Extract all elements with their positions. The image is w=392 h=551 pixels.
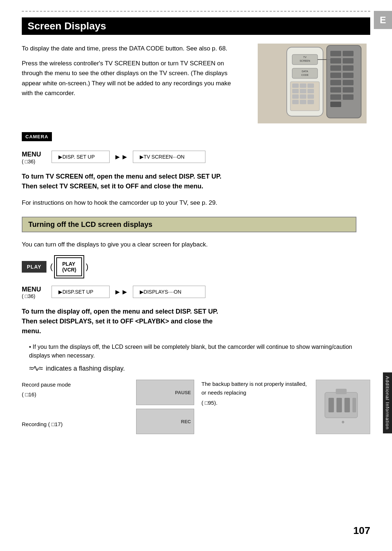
svg-rect-32 <box>343 80 354 85</box>
section2-title: Turning off the LCD screen displays <box>22 217 356 232</box>
bullet1-text: If you turn the displays off, the LCD sc… <box>29 344 352 359</box>
right-text-2: ( □95). <box>201 399 309 407</box>
instruction2-line3: menu. <box>22 327 41 335</box>
svg-rect-14 <box>300 89 306 93</box>
flashing-indicator: ≈∿≈ indicates a flashing display. <box>29 364 370 373</box>
svg-rect-41 <box>328 398 334 412</box>
svg-rect-12 <box>307 83 314 88</box>
page-number: 107 <box>353 525 370 536</box>
remote-illustration: TV SCREEN DATA CODE <box>258 44 367 123</box>
menu-text-1: MENU <box>22 151 47 159</box>
svg-rect-34 <box>343 87 354 93</box>
svg-rect-20 <box>300 100 306 104</box>
svg-rect-44 <box>352 398 356 412</box>
svg-rect-30 <box>343 73 354 78</box>
bottom-table: Record pause mode ( □16) Recording ( □17… <box>22 380 370 434</box>
menu-sub-2: ( □36) <box>22 293 47 299</box>
section-title: Screen Displays <box>22 17 370 35</box>
menu-step2-text: ▶TV SCREEN···ON <box>140 154 185 160</box>
menu-arrow-1: ►► <box>114 151 128 163</box>
pause-badge-box: PAUSE <box>136 380 194 405</box>
instruction-1: To turn TV SCREEN off, open the menu and… <box>22 172 370 191</box>
close-paren: ) <box>86 262 88 272</box>
svg-rect-29 <box>330 73 341 78</box>
play-vcr-outer: PLAY(VCR) <box>54 255 84 278</box>
additional-info-badge: Additional Information <box>383 372 392 433</box>
record-pause-text: Record pause mode <box>22 380 129 389</box>
svg-rect-24 <box>343 51 354 56</box>
menu-row-1: MENU ( □36) ▶DISP. SET UP ►► ▶TV SCREEN·… <box>22 151 370 164</box>
instruction1-line1: To turn TV SCREEN off, open the menu and… <box>22 173 221 180</box>
svg-text:DATA: DATA <box>302 70 308 73</box>
normal-text-1: For instructions on how to hook the camc… <box>22 198 370 208</box>
bottom-right-image: ⚙ <box>316 380 370 434</box>
pause-badge: PAUSE <box>175 390 191 395</box>
menu-step1-text: ▶DISP. SET UP <box>58 154 95 160</box>
svg-rect-13 <box>292 89 299 93</box>
svg-rect-19 <box>292 100 299 104</box>
play-buttons-row: PLAY ( PLAY(VCR) ) <box>22 255 370 278</box>
menu-text-2: MENU <box>22 286 47 294</box>
camera-badge: CAMERA <box>22 132 52 141</box>
instruction-2: To turn the display off, open the menu a… <box>22 307 370 336</box>
svg-rect-37 <box>330 102 341 107</box>
section2-intro: You can turn off the displays to give yo… <box>22 240 370 249</box>
play-vcr-wrapper: ( PLAY(VCR) ) <box>50 255 89 278</box>
svg-rect-21 <box>307 100 314 104</box>
menu2-step1-box: ▶DISP.SET UP <box>52 286 110 298</box>
para1: To display the date and time, press the … <box>22 44 243 53</box>
flashing-text: indicates a flashing display. <box>46 365 125 372</box>
top-description: To display the date and time, press the … <box>22 44 243 123</box>
svg-rect-28 <box>343 65 354 71</box>
svg-rect-43 <box>344 398 350 412</box>
svg-rect-26 <box>343 58 354 64</box>
svg-rect-10 <box>292 83 299 88</box>
play-vcr-text: PLAY(VCR) <box>62 261 76 273</box>
instruction1-line2: Then select TV SCREEN, set it to OFF and… <box>22 183 203 190</box>
remote-image-area: TV SCREEN DATA CODE <box>254 44 370 123</box>
svg-rect-17 <box>300 94 306 99</box>
right-text-1: The backup battery is not properly insta… <box>201 380 309 397</box>
play-vcr-button[interactable]: PLAY(VCR) <box>56 257 82 276</box>
svg-rect-35 <box>330 94 341 100</box>
svg-rect-25 <box>330 58 341 64</box>
instruction2-line1: To turn the display off, open the menu a… <box>22 308 218 315</box>
recording-label: Recording ( □17) <box>22 419 129 429</box>
svg-text:SCREEN: SCREEN <box>299 60 310 62</box>
menu2-step2-text: ▶DISPLAYS····ON <box>140 289 181 295</box>
top-separator <box>22 11 370 12</box>
bottom-right-text: The backup battery is not properly insta… <box>201 380 309 434</box>
rec-badge: REC <box>181 419 191 424</box>
svg-text:CODE: CODE <box>301 74 309 76</box>
camera-section: CAMERA <box>22 132 370 146</box>
svg-rect-40 <box>336 389 347 394</box>
svg-rect-23 <box>330 51 341 56</box>
menu2-step1-text: ▶DISP.SET UP <box>58 289 93 295</box>
additional-info-text: Additional Information <box>385 376 390 430</box>
svg-rect-11 <box>300 83 306 88</box>
bullet-1: • If you turn the displays off, the LCD … <box>29 343 370 360</box>
svg-rect-33 <box>330 87 341 93</box>
recording-text: Recording ( □17) <box>22 419 129 429</box>
menu-step1-box: ▶DISP. SET UP <box>52 151 110 163</box>
instruction2-line2: Then select DISPLAYS, set it to OFF <PLA… <box>22 318 213 325</box>
svg-text:⚙: ⚙ <box>342 420 344 424</box>
rec-badge-box: REC <box>136 409 194 434</box>
menu-step2-box: ▶TV SCREEN···ON <box>133 151 205 163</box>
svg-rect-42 <box>336 398 342 412</box>
record-pause-label: Record pause mode ( □16) <box>22 380 129 399</box>
bottom-left-labels: Record pause mode ( □16) Recording ( □17… <box>22 380 129 434</box>
bottom-mid-badges: PAUSE REC <box>136 380 194 434</box>
top-content-area: To display the date and time, press the … <box>22 44 370 123</box>
menu-label-2: MENU ( □36) <box>22 286 47 299</box>
record-pause-ref: ( □16) <box>22 389 129 399</box>
svg-rect-31 <box>330 80 341 85</box>
menu-arrow-2: ►► <box>114 286 128 298</box>
play-button[interactable]: PLAY <box>22 261 46 273</box>
svg-rect-18 <box>307 94 314 99</box>
battery-image: ⚙ <box>321 385 365 429</box>
svg-rect-36 <box>343 94 354 100</box>
e-badge: E <box>374 11 392 29</box>
para2: Press the wireless controller's TV SCREE… <box>22 58 243 98</box>
svg-rect-16 <box>292 94 299 99</box>
